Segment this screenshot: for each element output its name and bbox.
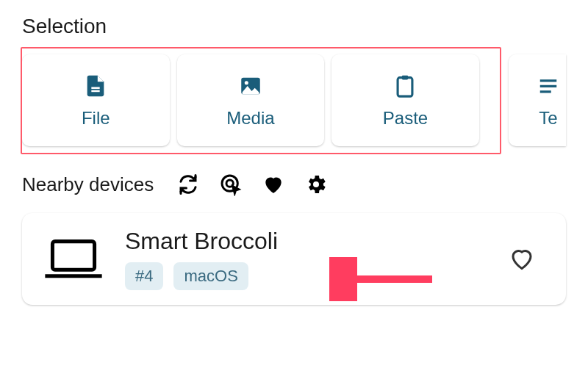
selection-title: Selection [22, 15, 566, 38]
paste-tile[interactable]: Paste [331, 54, 479, 146]
target-click-icon[interactable] [218, 172, 243, 197]
text-lines-icon [535, 73, 562, 99]
svg-rect-6 [540, 79, 557, 82]
refresh-icon[interactable] [176, 172, 201, 197]
svg-rect-12 [52, 241, 94, 270]
paste-tile-label: Paste [383, 108, 428, 129]
heart-filled-icon[interactable] [261, 172, 286, 197]
devices-header: Nearby devices [22, 172, 566, 197]
clipboard-icon [392, 73, 418, 99]
device-card[interactable]: Smart Broccoli #4 macOS [22, 213, 566, 305]
heart-outline-icon[interactable] [509, 245, 537, 273]
media-tile-label: Media [226, 108, 274, 129]
gear-icon[interactable] [304, 172, 329, 197]
badges-row: #4 macOS [125, 262, 488, 290]
laptop-icon [43, 236, 104, 283]
media-icon [237, 73, 264, 99]
svg-rect-4 [398, 77, 413, 96]
file-tile[interactable]: File [22, 54, 170, 146]
device-name: Smart Broccoli [125, 228, 488, 255]
devices-title: Nearby devices [22, 173, 154, 196]
selection-row: File Media Paste Te [22, 54, 566, 146]
svg-point-3 [245, 81, 248, 84]
text-tile-label: Te [539, 108, 557, 129]
text-tile-partial[interactable]: Te [509, 54, 566, 146]
svg-rect-8 [540, 90, 551, 93]
svg-point-11 [313, 181, 319, 187]
svg-rect-5 [402, 75, 409, 79]
file-icon [82, 73, 109, 99]
svg-rect-7 [540, 84, 557, 87]
svg-rect-0 [92, 87, 100, 89]
media-tile[interactable]: Media [177, 54, 325, 146]
svg-rect-1 [92, 90, 100, 92]
device-info: Smart Broccoli #4 macOS [125, 228, 488, 290]
file-tile-label: File [82, 108, 110, 129]
device-os-badge: macOS [173, 262, 248, 290]
device-id-badge: #4 [125, 262, 163, 290]
